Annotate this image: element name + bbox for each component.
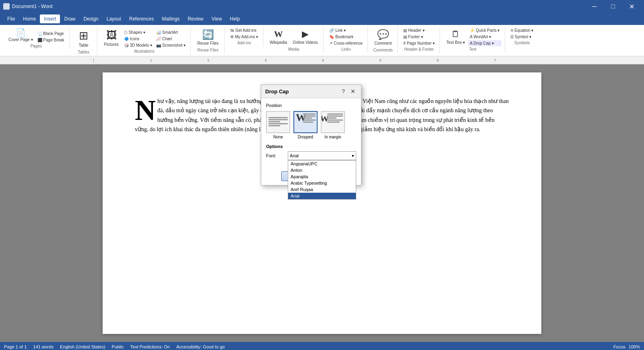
modal-title-buttons: ? ✕ [339, 87, 357, 95]
position-margin-label: In margin [324, 135, 341, 139]
font-item-anton[interactable]: Anton [288, 167, 356, 173]
smartart-button[interactable]: 📊 SmartArt [155, 29, 187, 35]
menu-insert[interactable]: Insert [40, 14, 60, 23]
cross-reference-button[interactable]: ↗ Cross-reference [328, 40, 364, 46]
chart-button[interactable]: 📈 Chart [155, 36, 187, 42]
illustrations-label: Illustrations [134, 49, 155, 54]
menu-layout[interactable]: Layout [103, 14, 125, 23]
comment-icon: 💬 [377, 29, 389, 40]
drop-cap-button[interactable]: A Drop Cap ▾ [468, 40, 501, 46]
minimize-button[interactable]: ─ [585, 0, 604, 13]
position-dropped[interactable]: W Dropped [293, 111, 318, 139]
font-item-aref[interactable]: Aref Ruqaa [288, 186, 356, 193]
title-bar-title: Document1 - Word [12, 4, 52, 9]
ribbon-group-illustrations: 🖼 Pictures ⬡ Shapes ▾ 🔷 Icons 🎲 3D Model… [98, 27, 191, 55]
position-dropped-box[interactable]: W [293, 111, 318, 133]
bookmark-button[interactable]: 🔖 Bookmark [328, 34, 364, 40]
focus-button[interactable]: Focus [613, 344, 625, 349]
cover-page-button[interactable]: 📄 Cover Page ▾ [6, 27, 35, 43]
menu-review[interactable]: Review [184, 14, 207, 23]
reuse-icon: 🔄 [202, 29, 214, 40]
modal-title-bar: Drop Cap ? ✕ [261, 85, 361, 98]
zoom-level[interactable]: 100% [629, 344, 640, 349]
reuse-files-button[interactable]: 🔄 Reuse Files [195, 27, 221, 47]
position-in-margin[interactable]: W In margin [321, 111, 345, 139]
my-addins-button[interactable]: ⚙ My Add-ins ▾ [229, 34, 260, 40]
status-left: Page 1 of 1 141 words English (United St… [4, 344, 225, 349]
margin-lines [327, 113, 343, 123]
modal-help-button[interactable]: ? [339, 87, 347, 95]
menu-home[interactable]: Home [19, 14, 40, 23]
position-options: None W Dropped [266, 111, 356, 139]
equation-button[interactable]: π Equation ▾ [509, 27, 535, 33]
dropped-lines [303, 113, 316, 123]
ribbon-group-pages: 📄 Cover Page ▾ 📃 Blank Page ⬛ Page Break… [3, 27, 70, 50]
text-predictions: Text Predictions: On [130, 344, 170, 349]
options-section: Options Font: Arial ▾ AngsanaUPC Anton A… [266, 144, 356, 160]
modal-close-button[interactable]: ✕ [349, 87, 357, 95]
font-item-angsana[interactable]: AngsanaUPC [288, 161, 356, 167]
ribbon: 📄 Cover Page ▾ 📃 Blank Page ⬛ Page Break… [0, 25, 644, 56]
menu-draw[interactable]: Draw [60, 14, 79, 23]
text-box-button[interactable]: 🗒 Text Box ▾ [444, 27, 467, 46]
page-number-button[interactable]: # Page Number ▾ [402, 40, 436, 46]
modal-body: Position None [261, 98, 361, 169]
ruler: │ 1 2 3 4 5 6 7 [0, 56, 644, 64]
font-item-arial[interactable]: Arial [288, 193, 356, 199]
menu-references[interactable]: References [125, 14, 158, 23]
ribbon-group-symbols: π Equation ▾ Ω Symbol ▾ Symbols [506, 27, 539, 47]
window-controls: ─ □ ✕ [585, 0, 641, 13]
font-item-arabic[interactable]: Arabic Typesetting [288, 180, 356, 186]
comments-label: Comments [373, 48, 392, 52]
comment-button[interactable]: 💬 Comment [372, 27, 394, 47]
menu-view[interactable]: View [208, 14, 226, 23]
ribbon-group-comments: 💬 Comment Comments [369, 27, 398, 54]
ribbon-group-addins: 🛍 Get Add-ins ⚙ My Add-ins ▾ Add-ins [225, 27, 263, 47]
icons-button[interactable]: 🔷 Icons [122, 36, 154, 42]
ribbon-group-media: W Wikipedia ▶ Online Videos Media [264, 27, 324, 53]
accessibility-status: Accessibility: Good to go [176, 344, 225, 349]
ribbon-group-links: 🔗 Link ▾ 🔖 Bookmark ↗ Cross-reference Li… [324, 27, 367, 53]
pictures-button[interactable]: 🖼 Pictures [101, 27, 122, 48]
position-none-box[interactable] [266, 111, 290, 133]
shapes-button[interactable]: ⬡ Shapes ▾ [122, 29, 154, 35]
ribbon-group-text: 🗒 Text Box ▾ ⚡ Quick Parts ▾ A WordArt ▾… [441, 27, 505, 53]
page-break-button[interactable]: ⬛ Page Break [36, 37, 66, 43]
close-button[interactable]: ✕ [622, 0, 641, 13]
font-row: Font: Arial ▾ AngsanaUPC Anton Aparajita… [266, 151, 356, 160]
position-margin-box[interactable]: W [321, 111, 345, 133]
footer-button[interactable]: ▤ Footer ▾ [402, 34, 436, 40]
text-box-icon: 🗒 [451, 29, 460, 39]
link-button[interactable]: 🔗 Link ▾ [328, 27, 364, 33]
online-videos-button[interactable]: ▶ Online Videos [290, 27, 320, 46]
get-addins-button[interactable]: 🛍 Get Add-ins [229, 27, 260, 33]
addins-label: Add-ins [237, 41, 251, 45]
quick-parts-button[interactable]: ⚡ Quick Parts ▾ [468, 27, 501, 33]
font-dropdown: Arial ▾ AngsanaUPC Anton Aparajita Arabi… [288, 151, 356, 160]
symbol-button[interactable]: Ω Symbol ▾ [509, 34, 535, 40]
cover-page-icon: 📄 [16, 29, 26, 37]
wikipedia-button[interactable]: W Wikipedia [267, 27, 289, 46]
tables-label: Tables [78, 50, 89, 54]
menu-help[interactable]: Help [226, 14, 244, 23]
font-item-aparajita[interactable]: Aparajita [288, 173, 356, 180]
position-none[interactable]: None [266, 111, 290, 139]
3d-models-button[interactable]: 🎲 3D Models ▾ [122, 42, 154, 48]
menu-mailings[interactable]: Mailings [158, 14, 184, 23]
status-right: Focus 100% [613, 344, 640, 349]
font-dropdown-button[interactable]: Arial ▾ [288, 151, 356, 160]
menu-design[interactable]: Design [79, 14, 102, 23]
maximize-button[interactable]: □ [604, 0, 622, 13]
position-none-label: None [273, 135, 283, 139]
screenshot-button[interactable]: 📷 Screenshot ▾ [155, 42, 187, 48]
header-button[interactable]: ▤ Header ▾ [402, 27, 436, 33]
wordart-button[interactable]: A WordArt ▾ [468, 34, 501, 40]
reuse-label: Reuse Files [197, 48, 219, 52]
media-label: Media [288, 47, 299, 51]
position-label: Position [266, 103, 356, 108]
blank-page-button[interactable]: 📃 Blank Page [36, 31, 66, 37]
menu-file[interactable]: File [3, 14, 19, 23]
table-button[interactable]: ⊞ Table [74, 27, 94, 49]
font-dropdown-arrow: ▾ [352, 153, 354, 159]
ruler-marks: │ 1 2 3 4 5 6 7 [93, 56, 551, 64]
